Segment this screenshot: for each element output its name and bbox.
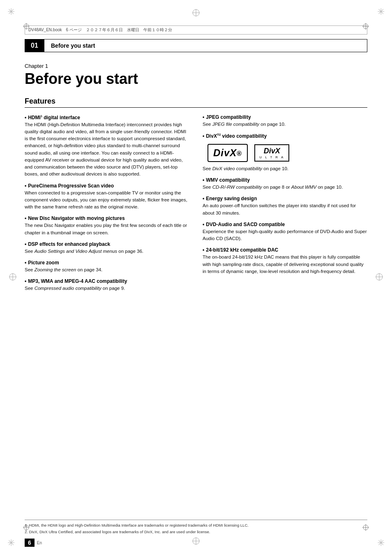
footnote-area: 1. HDMI, the HDMI logo and High-Definiti… xyxy=(25,520,367,535)
feature-dac: •24-bit/192 kHz compatible DAC The on-bo… xyxy=(203,247,367,275)
chapter-big-title: Before you start xyxy=(25,71,367,87)
feature-dvdaudio-title: •DVD-Audio and SACD compatible xyxy=(203,222,367,227)
feature-mp3-title: •MP3, WMA and MPEG-4 AAC compatibility xyxy=(25,278,189,284)
left-reg-mark xyxy=(8,273,17,283)
feature-dsp-title: •DSP effects for enhanced playback xyxy=(25,241,189,247)
feature-dac-title: •24-bit/192 kHz compatible DAC xyxy=(203,247,367,253)
feature-hdmi: •HDMI1 digital interface The HDMI (High-… xyxy=(25,114,189,178)
feature-jpeg: •JPEG compatibility See JPEG file compat… xyxy=(203,114,367,128)
feature-dsp: •DSP effects for enhanced playback See A… xyxy=(25,241,189,255)
bottom-center-reg-mark xyxy=(191,536,201,547)
feature-discnav-body: The new Disc Navigator enables you play … xyxy=(25,222,189,236)
feature-wmv-body: See CD-R/-RW compatibility on page 8 or … xyxy=(203,184,367,191)
divx-logo-1: DivX® xyxy=(208,144,248,162)
top-center-reg-mark xyxy=(191,8,201,18)
page-number: 6 xyxy=(25,539,35,547)
chapter-header: 01 Before you start xyxy=(25,39,367,52)
feature-mp3-body: See Compressed audio compatibility on pa… xyxy=(25,285,189,292)
feature-dvdaudio-body: Experience the super high-quality audio … xyxy=(203,228,367,243)
feature-purescan-title: •PureCinema Progressive Scan video xyxy=(25,183,189,189)
corner-deco-bl: ✳ xyxy=(7,539,15,548)
file-info-bar: DV48AV_EN.book 6 ページ ２０２７年６月６日 水曜日 午前１０時… xyxy=(25,25,367,35)
divx-logos: DivX® DivX U L T R A xyxy=(208,144,367,162)
feature-discnav-title: •New Disc Navigator with moving pictures xyxy=(25,215,189,221)
feature-dsp-body: See Audio Settings and Video Adjust menu… xyxy=(25,248,189,255)
features-two-col: •HDMI1 digital interface The HDMI (High-… xyxy=(25,114,367,297)
main-content: Chapter 1 Before you start Features •HDM… xyxy=(25,60,367,522)
chapter-title-bar: Before you start xyxy=(44,39,367,52)
feature-energy-body: An auto power-off function switches the … xyxy=(203,202,367,217)
feature-picturezoom-title: •Picture zoom xyxy=(25,260,189,266)
feature-purescan-body: When connected to a progressive scan-com… xyxy=(25,190,189,211)
file-info-text: DV48AV_EN.book 6 ページ ２０２７年６月６日 水曜日 午前１０時… xyxy=(28,27,172,33)
feature-energy: •Energy saving design An auto power-off … xyxy=(203,196,367,217)
page-lang: En xyxy=(37,541,42,545)
features-heading: Features xyxy=(25,97,367,108)
feature-purescan: •PureCinema Progressive Scan video When … xyxy=(25,183,189,211)
feature-divx-ref: See DivX video compatibility on page 10. xyxy=(203,165,367,172)
feature-wmv-title: •WMV compatibility xyxy=(203,177,367,183)
footnote-2: 2. DivX, DivX Ultra Certified, and assoc… xyxy=(25,529,367,534)
feature-hdmi-title: •HDMI1 digital interface xyxy=(25,114,189,120)
corner-deco-tr: ✳ xyxy=(377,7,385,16)
feature-picturezoom: •Picture zoom See Zooming the screen on … xyxy=(25,260,189,273)
feature-energy-title: •Energy saving design xyxy=(203,196,367,201)
feature-divx-title: •DivX®2 video compatibility xyxy=(203,133,367,139)
corner-deco-br: ✳ xyxy=(377,539,385,548)
chapter-header-title: Before you start xyxy=(51,42,95,49)
chapter-label: Chapter 1 xyxy=(25,63,367,69)
right-column: •JPEG compatibility See JPEG file compat… xyxy=(203,114,367,297)
feature-picturezoom-body: See Zooming the screen on page 34. xyxy=(25,266,189,273)
feature-wmv: •WMV compatibility See CD-R/-RW compatib… xyxy=(203,177,367,191)
left-column: •HDMI1 digital interface The HDMI (High-… xyxy=(25,114,189,297)
feature-dvdaudio: •DVD-Audio and SACD compatible Experienc… xyxy=(203,222,367,243)
feature-hdmi-body: The HDMI (High-Definition Multimedia Int… xyxy=(25,121,189,178)
feature-mp3: •MP3, WMA and MPEG-4 AAC compatibility S… xyxy=(25,278,189,292)
feature-jpeg-body: See JPEG file compatibility on page 10. xyxy=(203,121,367,128)
feature-divx: •DivX®2 video compatibility DivX® DivX U… xyxy=(203,133,367,172)
feature-discnav: •New Disc Navigator with moving pictures… xyxy=(25,215,189,236)
footnote-1: 1. HDMI, the HDMI logo and High-Definiti… xyxy=(25,523,367,528)
corner-deco-tl: ✳ xyxy=(7,7,15,16)
chapter-num-box: 01 xyxy=(25,39,44,52)
divx-logo-2: DivX U L T R A xyxy=(254,144,289,162)
feature-dac-body: The on-board 24-bit/192 kHz DAC means th… xyxy=(203,254,367,275)
page-number-area: 6 En xyxy=(25,539,42,547)
right-reg-mark xyxy=(375,273,384,283)
feature-jpeg-title: •JPEG compatibility xyxy=(203,114,367,120)
